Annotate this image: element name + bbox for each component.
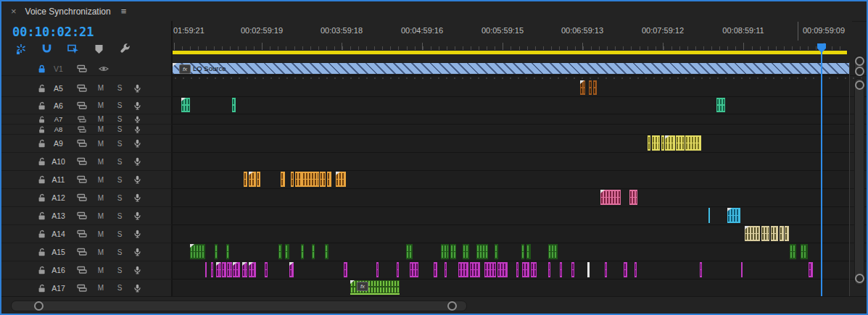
- audio-clip[interactable]: [278, 244, 282, 259]
- track-visibility-toggle[interactable]: [94, 65, 113, 72]
- solo-button[interactable]: S: [110, 84, 129, 92]
- voice-over-record-button[interactable]: [129, 115, 145, 124]
- voice-over-record-button[interactable]: [129, 84, 145, 93]
- mute-button[interactable]: M: [91, 176, 110, 184]
- audio-zoom-handle-bottom[interactable]: [855, 274, 864, 283]
- audio-clip[interactable]: [289, 262, 294, 277]
- audio-clip[interactable]: [593, 80, 597, 95]
- audio-clip[interactable]: [652, 135, 660, 151]
- source-patch-toggle[interactable]: [72, 266, 91, 274]
- voice-over-record-button[interactable]: [129, 157, 145, 166]
- audio-clip[interactable]: [463, 244, 469, 259]
- audio-clip[interactable]: [580, 80, 585, 95]
- solo-button[interactable]: S: [110, 230, 129, 238]
- track-lock-toggle[interactable]: [36, 211, 47, 220]
- solo-button[interactable]: S: [110, 266, 129, 274]
- audio-clip[interactable]: [571, 262, 574, 277]
- work-area-bar[interactable]: [173, 51, 847, 54]
- solo-button[interactable]: S: [110, 284, 129, 292]
- audio-clip[interactable]: [771, 226, 778, 241]
- audio-clip[interactable]: [291, 172, 294, 187]
- audio-clip[interactable]: [441, 244, 449, 259]
- source-patch-toggle[interactable]: [72, 211, 91, 220]
- audio-clip[interactable]: [450, 244, 456, 259]
- audio-clip[interactable]: [320, 172, 326, 187]
- audio-clip[interactable]: [600, 190, 621, 205]
- voice-over-record-button[interactable]: [129, 175, 145, 184]
- zoom-handle-left[interactable]: [34, 301, 44, 311]
- mute-button[interactable]: M: [91, 212, 110, 220]
- audio-clip[interactable]: [376, 262, 379, 277]
- audio-clip[interactable]: [785, 226, 789, 241]
- mute-button[interactable]: M: [91, 101, 110, 109]
- mute-button[interactable]: M: [91, 115, 110, 123]
- audio-clip[interactable]: [244, 172, 247, 187]
- audio-clip[interactable]: [181, 98, 190, 112]
- panel-menu-icon[interactable]: ≡: [121, 6, 126, 17]
- audio-clip[interactable]: [434, 262, 437, 277]
- source-patch-toggle[interactable]: [72, 157, 91, 166]
- audio-clip[interactable]: [629, 190, 637, 205]
- audio-clip[interactable]: [521, 244, 524, 259]
- voice-over-record-button[interactable]: [129, 248, 145, 256]
- audio-clip[interactable]: [661, 135, 664, 151]
- snap-icon[interactable]: [41, 43, 53, 55]
- source-patch-toggle[interactable]: [72, 248, 91, 256]
- audio-clip[interactable]: [242, 262, 247, 277]
- audio-clip[interactable]: [445, 262, 447, 277]
- audio-clip[interactable]: [548, 244, 558, 259]
- voice-over-record-button[interactable]: [129, 211, 145, 220]
- mute-button[interactable]: M: [91, 125, 110, 133]
- audio-clip[interactable]: [410, 262, 418, 277]
- timeline-settings-icon[interactable]: [119, 43, 131, 55]
- audio-clip[interactable]: [516, 262, 518, 277]
- track-lock-toggle[interactable]: [36, 101, 47, 110]
- mute-button[interactable]: M: [91, 140, 110, 148]
- audio-clip[interactable]: [249, 172, 256, 187]
- solo-button[interactable]: S: [110, 248, 129, 256]
- time-ruler[interactable]: 01:59:2100:02:59:1900:03:59:1800:04:59:1…: [173, 21, 852, 51]
- audio-clip[interactable]: [458, 262, 468, 277]
- linked-selection-icon[interactable]: [67, 43, 79, 55]
- solo-button[interactable]: S: [110, 115, 129, 123]
- audio-clip[interactable]: [327, 172, 331, 187]
- add-marker-icon[interactable]: [93, 43, 105, 55]
- track-lock-toggle[interactable]: [36, 64, 47, 73]
- audio-clip[interactable]: [265, 262, 268, 277]
- audio-clip[interactable]: [344, 262, 347, 277]
- zoom-handle-right[interactable]: [447, 301, 457, 311]
- audio-clip[interactable]: [700, 262, 702, 277]
- track-lock-toggle[interactable]: [36, 115, 47, 124]
- video-zoom-handle-bottom[interactable]: [855, 67, 864, 76]
- voice-over-record-button[interactable]: [129, 230, 145, 238]
- solo-button[interactable]: S: [110, 212, 129, 220]
- audio-clip[interactable]: [790, 244, 796, 259]
- track-lock-toggle[interactable]: [36, 248, 47, 256]
- audio-clip[interactable]: [526, 244, 531, 259]
- source-patch-toggle[interactable]: [72, 139, 91, 148]
- audio-clip[interactable]: [215, 244, 218, 259]
- audio-clip[interactable]: [605, 262, 607, 277]
- audio-clip[interactable]: [301, 244, 304, 259]
- audio-clip[interactable]: [406, 244, 413, 259]
- audio-clip[interactable]: [285, 244, 289, 259]
- source-patch-toggle[interactable]: [72, 230, 91, 238]
- nest-insert-icon[interactable]: [15, 43, 27, 55]
- track-lock-toggle[interactable]: [36, 193, 47, 202]
- audio-clip[interactable]: fx: [350, 280, 400, 295]
- audio-scrollbar-thumb[interactable]: [854, 78, 864, 285]
- audio-clip[interactable]: [495, 244, 498, 259]
- audio-clip[interactable]: [216, 262, 221, 277]
- audio-clip[interactable]: [257, 172, 260, 187]
- mute-button[interactable]: M: [91, 84, 110, 92]
- audio-clip[interactable]: [745, 226, 760, 241]
- audio-clip[interactable]: [780, 226, 784, 241]
- audio-clip[interactable]: [232, 98, 236, 112]
- track-lock-toggle[interactable]: [36, 157, 47, 166]
- source-patch-toggle[interactable]: [72, 115, 91, 124]
- audio-clip[interactable]: [336, 172, 346, 187]
- audio-clip[interactable]: [727, 208, 740, 223]
- audio-clip[interactable]: [522, 262, 529, 277]
- audio-clip[interactable]: [624, 262, 627, 277]
- audio-clip[interactable]: [476, 244, 488, 259]
